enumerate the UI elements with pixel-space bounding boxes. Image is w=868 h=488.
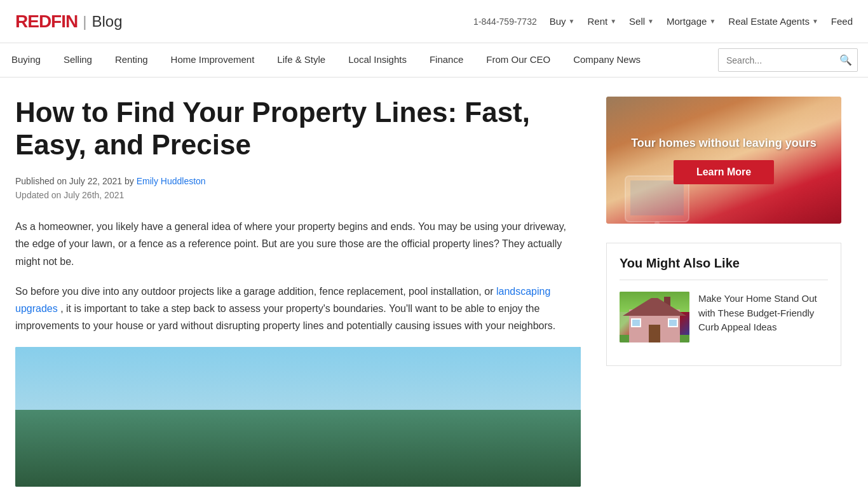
thumb-window-left <box>631 318 641 327</box>
sidebar-item-from-our-ceo[interactable]: From Our CEO <box>475 45 562 75</box>
top-nav-right: 1-844-759-7732 Buy ▼ Rent ▼ Sell ▼ Mortg… <box>473 16 853 27</box>
category-nav: Buying Selling Renting Home Improvement … <box>0 43 868 78</box>
ad-banner-text: Tour homes without leaving yours <box>631 137 817 150</box>
ymls-item-title: Make Your Home Stand Out with These Budg… <box>698 292 828 335</box>
blog-label: Blog <box>92 13 122 30</box>
you-might-also-like-section: You Might Also Like Make Your Hom <box>606 243 841 366</box>
rent-nav-item[interactable]: Rent ▼ <box>588 16 617 27</box>
ymls-divider <box>620 280 828 280</box>
mortgage-label: Mortgage <box>667 16 707 27</box>
svg-rect-1 <box>630 180 684 215</box>
sell-label: Sell <box>629 16 645 27</box>
published-text: Published on July 22, 2021 by <box>15 176 134 186</box>
sidebar-item-selling[interactable]: Selling <box>52 45 104 75</box>
search-bar[interactable]: 🔍 <box>718 48 858 72</box>
rent-label: Rent <box>588 16 608 27</box>
thumb-roof <box>623 298 686 316</box>
sidebar-item-life-style[interactable]: Life & Style <box>266 45 337 75</box>
logo-area[interactable]: REDFIN | Blog <box>15 11 123 32</box>
article-paragraph-1: As a homeowner, you likely have a genera… <box>15 218 581 270</box>
search-button[interactable]: 🔍 <box>833 49 858 71</box>
sidebar-item-company-news[interactable]: Company News <box>562 45 652 75</box>
house-thumbnail-image <box>620 292 689 342</box>
ad-banner: Tour homes without leaving yours Learn M… <box>606 97 841 224</box>
mortgage-nav-item[interactable]: Mortgage ▼ <box>667 16 715 27</box>
sidebar-item-buying[interactable]: Buying <box>0 45 52 75</box>
article-updated: Updated on July 26th, 2021 <box>15 190 581 200</box>
sidebar-item-renting[interactable]: Renting <box>104 45 159 75</box>
search-input[interactable] <box>719 50 833 71</box>
search-icon: 🔍 <box>839 55 852 65</box>
sell-nav-item[interactable]: Sell ▼ <box>629 16 654 27</box>
image-trees <box>15 410 581 487</box>
buy-nav-item[interactable]: Buy ▼ <box>550 16 575 27</box>
logo-separator: | <box>83 13 86 30</box>
redfin-logo: REDFIN <box>15 11 78 32</box>
article-paragraph-2: So before you dive into any outdoor proj… <box>15 283 581 335</box>
article-title: How to Find Your Property Lines: Fast, E… <box>15 97 581 161</box>
article-image <box>15 347 581 487</box>
ymls-title: You Might Also Like <box>620 256 828 271</box>
top-nav: REDFIN | Blog 1-844-759-7732 Buy ▼ Rent … <box>0 0 868 43</box>
sidebar-item-finance[interactable]: Finance <box>418 45 475 75</box>
list-item[interactable]: Make Your Home Stand Out with These Budg… <box>620 292 828 342</box>
cat-nav-items: Buying Selling Renting Home Improvement … <box>0 45 652 75</box>
real-estate-agents-nav-item[interactable]: Real Estate Agents ▼ <box>728 16 818 27</box>
learn-more-button[interactable]: Learn More <box>674 160 774 184</box>
rent-arrow-icon: ▼ <box>610 18 616 25</box>
article-meta: Published on July 22, 2021 by Emily Hudd… <box>15 176 581 186</box>
sidebar: Tour homes without leaving yours Learn M… <box>606 97 841 487</box>
article-area: How to Find Your Property Lines: Fast, E… <box>15 97 581 487</box>
sidebar-item-home-improvement[interactable]: Home Improvement <box>159 45 266 75</box>
paragraph2-prefix: So before you dive into any outdoor proj… <box>15 286 493 297</box>
phone-number: 1-844-759-7732 <box>473 17 537 27</box>
article-body: As a homeowner, you likely have a genera… <box>15 218 581 334</box>
mortgage-arrow-icon: ▼ <box>709 18 715 25</box>
sell-arrow-icon: ▼ <box>648 18 654 25</box>
feed-nav-item[interactable]: Feed <box>831 16 853 27</box>
buy-arrow-icon: ▼ <box>569 18 575 25</box>
thumb-door <box>649 325 660 342</box>
sidebar-item-local-insights[interactable]: Local Insights <box>337 45 418 75</box>
main-layout: How to Find Your Property Lines: Fast, E… <box>0 78 868 488</box>
paragraph2-suffix: , it is important to take a step back to… <box>15 303 555 331</box>
author-link[interactable]: Emily Huddleston <box>137 176 206 186</box>
image-sky <box>15 347 581 417</box>
buy-label: Buy <box>550 16 566 27</box>
ymls-thumbnail <box>620 292 689 342</box>
thumb-window-right <box>668 318 678 327</box>
real-estate-agents-label: Real Estate Agents <box>728 16 810 27</box>
agents-arrow-icon: ▼ <box>812 18 818 25</box>
